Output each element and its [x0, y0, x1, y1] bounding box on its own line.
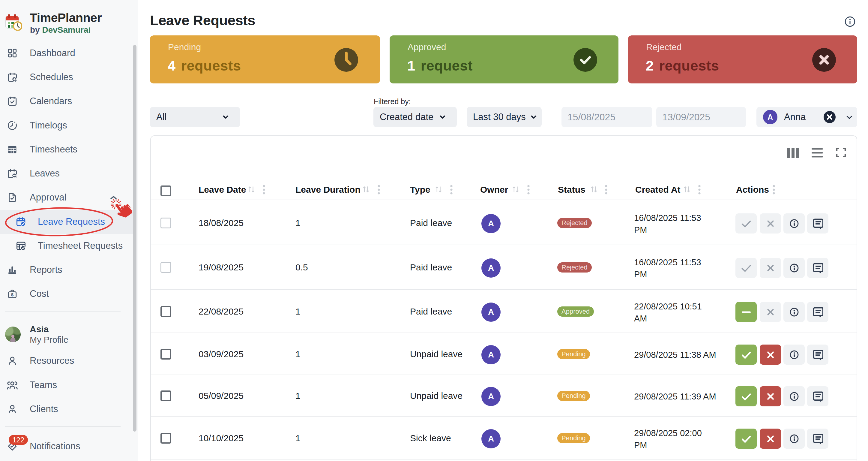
svg-text:$: $: [11, 292, 14, 297]
